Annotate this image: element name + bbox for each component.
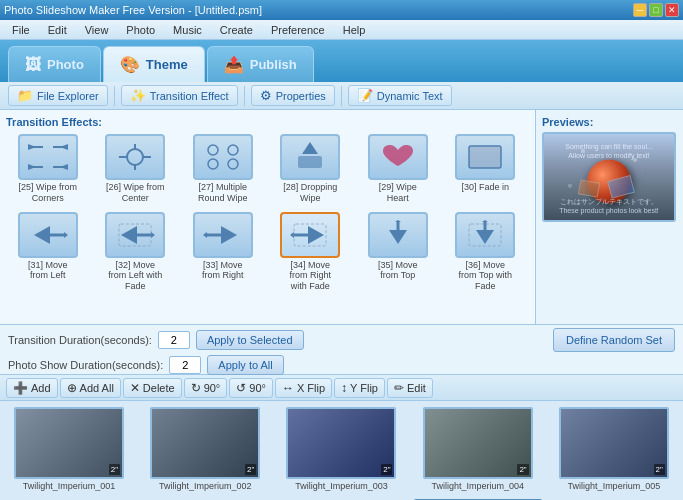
effect-thumb-30 [455,134,515,180]
effect-thumb-34 [280,212,340,258]
rotate-cw-button[interactable]: ↻ 90° [184,378,228,398]
svg-point-8 [127,149,143,165]
film-item-004[interactable]: 2"Twilight_Imperium_004 [413,405,543,493]
film-item-005[interactable]: 2"Twilight_Imperium_005 [549,405,679,493]
svg-marker-33 [290,232,294,238]
add-all-label: Add All [80,382,114,394]
x-flip-button[interactable]: ↔ X Flip [275,378,332,398]
menu-item-preference[interactable]: Preference [263,22,333,38]
preview-bottom-text: これはサンプルテキストです。 These product photos look… [544,197,674,214]
y-flip-button[interactable]: ↕ Y Flip [334,378,385,398]
effect-thumb-29 [368,134,428,180]
maximize-button[interactable]: □ [649,3,663,17]
effect-item-35[interactable]: [35] Move from Top [356,210,440,294]
edit-label: Edit [407,382,426,394]
preview-overlay-text: Something can fill the soul... Allow use… [544,142,674,160]
settings-row: Transition Duration(seconds):Apply to Se… [0,325,683,375]
tab-photo[interactable]: 🖼 Photo [8,46,101,82]
y-flip-label: Y Flip [350,382,378,394]
photo-tab-icon: 🖼 [25,56,41,74]
svg-marker-17 [302,142,318,154]
effect-item-33[interactable]: [33] Move from Right [181,210,265,294]
add-all-button[interactable]: ⊕ Add All [60,378,121,398]
apply-selected-button[interactable]: Apply to Selected [196,330,304,350]
film-thumb-container-004: 2" [423,407,533,479]
preview-image: Something can fill the soul... Allow use… [542,132,676,222]
preview-text-4: These product photos look best! [544,207,674,214]
effect-item-29[interactable]: [29] Wipe Heart [356,132,440,206]
preview-panel: Previews: Something can fill the soul...… [535,110,683,324]
effect-item-26[interactable]: [26] Wipe from Center [94,132,178,206]
svg-marker-35 [389,230,407,244]
delete-label: Delete [143,382,175,394]
apply-all-button[interactable]: Apply to All [207,355,283,375]
transition-duration-input[interactable] [158,331,190,349]
delete-button[interactable]: ✕ Delete [123,378,182,398]
tab-theme[interactable]: 🎨 Theme [103,46,205,82]
effect-label-28: [28] Dropping Wipe [280,182,340,204]
effect-item-27[interactable]: [27] Multiple Round Wipe [181,132,265,206]
effect-thumb-36 [455,212,515,258]
minimize-button[interactable]: ─ [633,3,647,17]
edit-button[interactable]: ✏ Edit [387,378,433,398]
svg-marker-24 [121,226,137,244]
transition-effect-button[interactable]: ✨ Transition Effect [121,85,238,106]
effect-item-30[interactable]: [30] Fade in [444,132,528,206]
x-flip-icon: ↔ [282,381,294,395]
menu-item-photo[interactable]: Photo [118,22,163,38]
define-random-set-button[interactable]: Define Random Set [553,328,675,352]
film-thumb-003: 2" [286,407,396,479]
effect-thumb-35 [368,212,428,258]
dynamic-text-label: Dynamic Text [377,90,443,102]
transition-label: Transition Effect [150,90,229,102]
filmstrip-grid: 2"Twilight_Imperium_0012"Twilight_Imperi… [4,405,679,500]
close-button[interactable]: ✕ [665,3,679,17]
film-item-003[interactable]: 2"Twilight_Imperium_003 [276,405,406,493]
menu-item-music[interactable]: Music [165,22,210,38]
effect-thumb-33 [193,212,253,258]
add-button[interactable]: ➕ Add [6,378,58,398]
svg-point-16 [228,159,238,169]
film-thumb-002: 2" [150,407,260,479]
effect-thumb-27 [193,134,253,180]
effect-label-26: [26] Wipe from Center [105,182,165,204]
transition-icon: ✨ [130,88,146,103]
properties-label: Properties [276,90,326,102]
rotate-ccw-button[interactable]: ↺ 90° [229,378,273,398]
photo-duration-input[interactable] [169,356,201,374]
menu-item-create[interactable]: Create [212,22,261,38]
effect-item-31[interactable]: [31] Move from Left [6,210,90,294]
svg-point-15 [208,159,218,169]
film-item-002[interactable]: 2"Twilight_Imperium_002 [140,405,270,493]
file-explorer-label: File Explorer [37,90,99,102]
film-thumb-container-001: 2" [14,407,124,479]
effect-item-34[interactable]: [34] Move from Right with Fade [269,210,353,294]
file-explorer-button[interactable]: 📁 File Explorer [8,85,108,106]
effect-item-28[interactable]: [28] Dropping Wipe [269,132,353,206]
dynamic-text-button[interactable]: 📝 Dynamic Text [348,85,452,106]
effect-thumb-25 [18,134,78,180]
effect-item-36[interactable]: [36] Move from Top with Fade [444,210,528,294]
dynamic-text-icon: 📝 [357,88,373,103]
menu-item-help[interactable]: Help [335,22,374,38]
title-bar-text: Photo Slideshow Maker Free Version - [Un… [4,4,262,16]
title-bar-buttons: ─ □ ✕ [633,3,679,17]
effect-item-25[interactable]: [25] Wipe from Corners [6,132,90,206]
effect-item-32[interactable]: [32] Move from Left with Fade [94,210,178,294]
rotate-cw-label: 90° [204,382,221,394]
x-flip-label: X Flip [297,382,325,394]
film-item-001[interactable]: 2"Twilight_Imperium_001 [4,405,134,493]
theme-tab-icon: 🎨 [120,55,140,74]
rotate-ccw-label: 90° [249,382,266,394]
menu-item-view[interactable]: View [77,22,117,38]
preview-text-3: これはサンプルテキストです。 [544,197,674,207]
y-flip-icon: ↕ [341,381,347,395]
effect-label-25: [25] Wipe from Corners [18,182,78,204]
menu-item-file[interactable]: File [4,22,38,38]
tab-publish[interactable]: 📤 Publish [207,46,314,82]
properties-button[interactable]: ⚙ Properties [251,85,335,106]
add-icon: ➕ [13,381,28,395]
film-label-001: Twilight_Imperium_001 [23,481,116,491]
menu-item-edit[interactable]: Edit [40,22,75,38]
svg-marker-31 [308,226,324,244]
